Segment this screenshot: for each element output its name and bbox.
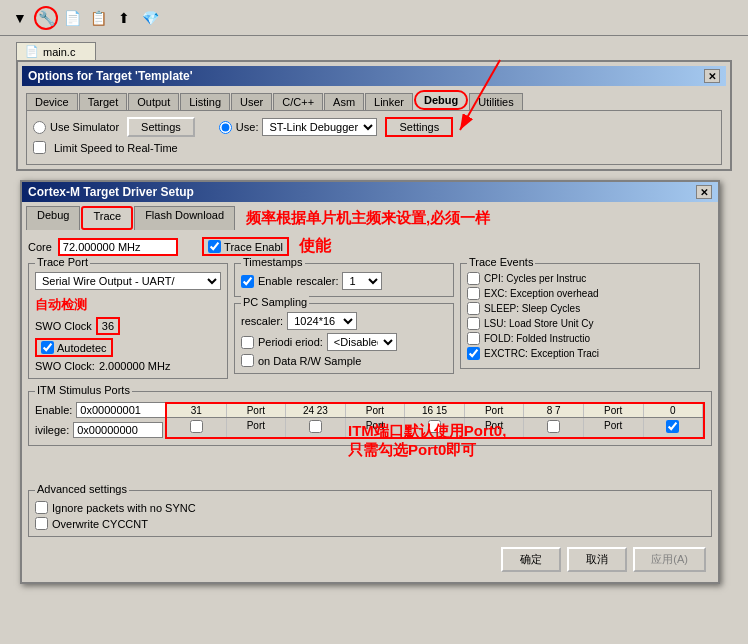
ivilege-label: ivilege:: [35, 424, 69, 436]
trace-event-label-0: CPI: Cycles per Instruc: [484, 273, 586, 284]
trace-event-row-4: FOLD: Folded Instructio: [467, 332, 693, 345]
swo-clock-mhz-label: SWO Clock:: [35, 360, 95, 372]
file-tab[interactable]: 📄 main.c: [16, 42, 96, 60]
periodi-checkbox[interactable]: [241, 336, 254, 349]
trace-event-checkbox-3[interactable]: [467, 317, 480, 330]
itm-label: ITM Stimulus Ports: [35, 384, 132, 396]
enable-rescaler-checkbox[interactable]: [241, 275, 254, 288]
settings-left-button[interactable]: Settings: [127, 117, 195, 137]
port-text-3: Port: [465, 418, 525, 437]
port-checkbox-7[interactable]: [547, 420, 560, 433]
tab-listing[interactable]: Listing: [180, 93, 230, 110]
enable-hex-input[interactable]: 0x00000001: [76, 402, 166, 418]
port-checkbox-0[interactable]: [666, 420, 679, 433]
timestamps-label: Timestamps: [241, 256, 305, 268]
options-close-button[interactable]: ✕: [704, 69, 720, 83]
tab-debug[interactable]: Debug: [414, 90, 468, 110]
trace-port-section: Trace Port Serial Wire Output - UART/ 自动…: [28, 263, 228, 385]
frequency-annotation: 频率根据单片机主频来设置,必须一样: [246, 206, 490, 230]
cortex-tabs: Debug Trace Flash Download 频率根据单片机主频来设置,…: [22, 202, 718, 230]
tab-output[interactable]: Output: [128, 93, 179, 110]
port-header-1615: 16 15: [405, 404, 465, 417]
itm-ports-table: 31 Port 24 23 Port 16 15 Port 8 7 Port 0: [165, 402, 705, 439]
toolbar-copy-btn[interactable]: 📋: [86, 6, 110, 30]
tab-asm[interactable]: Asm: [324, 93, 364, 110]
trace-event-row-1: EXC: Exception overhead: [467, 287, 693, 300]
itm-section: ITM Stimulus Ports Enable: 0x00000001 iv…: [28, 391, 712, 446]
port-checkbox-31[interactable]: [190, 420, 203, 433]
port-checkbox-15[interactable]: [428, 420, 441, 433]
toolbar-up-btn[interactable]: ⬆: [112, 6, 136, 30]
tab-device[interactable]: Device: [26, 93, 78, 110]
port-header-port2: Port: [346, 404, 406, 417]
trace-event-row-2: SLEEP: Sleep Cycles: [467, 302, 693, 315]
auto-detect-annotation: 自动检测: [35, 296, 87, 314]
rescaler-select[interactable]: 1: [342, 272, 382, 290]
ok-button[interactable]: 确定: [501, 547, 561, 572]
swo-clock-static-label: SWO Clock: [35, 320, 92, 332]
ignore-sync-checkbox[interactable]: [35, 501, 48, 514]
trace-event-row-3: LSU: Load Store Unit Cy: [467, 317, 693, 330]
rescaler-label: rescaler:: [296, 275, 338, 287]
port-cb-15: [405, 418, 465, 437]
port-checkbox-23[interactable]: [309, 420, 322, 433]
limit-speed-checkbox[interactable]: [33, 141, 46, 154]
debugger-select[interactable]: ST-Link Debugger: [262, 118, 377, 136]
tab-target[interactable]: Target: [79, 93, 128, 110]
tab-user[interactable]: User: [231, 93, 272, 110]
itm-grid: Enable: 0x00000001 ivilege: 0x00000000 3…: [35, 402, 705, 439]
trace-event-checkbox-2[interactable]: [467, 302, 480, 315]
ctab-flash[interactable]: Flash Download: [134, 206, 235, 230]
overwrite-checkbox[interactable]: [35, 517, 48, 530]
trace-enable-checkbox[interactable]: [208, 240, 221, 253]
trace-port-box: Trace Port Serial Wire Output - UART/ 自动…: [28, 263, 228, 379]
ctab-debug[interactable]: Debug: [26, 206, 80, 230]
bottom-buttons: 确定 取消 应用(A): [28, 543, 712, 576]
toolbar-tool-btn[interactable]: 🔧: [34, 6, 58, 30]
trace-port-select[interactable]: Serial Wire Output - UART/: [35, 272, 221, 290]
port-cb-23: [286, 418, 346, 437]
periodi-select[interactable]: <Disabled>: [327, 333, 397, 351]
tab-utilities[interactable]: Utilities: [469, 93, 522, 110]
trace-events-box: Trace Events CPI: Cycles per InstrucEXC:…: [460, 263, 700, 369]
settings-right-button[interactable]: Settings: [385, 117, 453, 137]
apply-button[interactable]: 应用(A): [633, 547, 706, 572]
autodetect-checkbox[interactable]: [41, 341, 54, 354]
toolbar-dropdown[interactable]: ▼: [8, 6, 32, 30]
port-header-2423: 24 23: [286, 404, 346, 417]
cancel-button[interactable]: 取消: [567, 547, 627, 572]
ivilege-hex-input[interactable]: 0x00000000: [73, 422, 163, 438]
port-text-1: Port: [227, 418, 287, 437]
timestamps-box: Timestamps Enable rescaler: 1: [234, 263, 454, 297]
toolbar-file-btn[interactable]: 📄: [60, 6, 84, 30]
ignore-sync-label: Ignore packets with no SYNC: [52, 502, 196, 514]
tab-cpp[interactable]: C/C++: [273, 93, 323, 110]
cortex-close-button[interactable]: ✕: [696, 185, 712, 199]
advanced-section: Advanced settings Ignore packets with no…: [28, 490, 712, 537]
core-input[interactable]: 72.000000 MHz: [58, 238, 178, 256]
ctab-trace[interactable]: Trace: [81, 206, 133, 230]
ports-header: 31 Port 24 23 Port 16 15 Port 8 7 Port 0: [167, 404, 703, 418]
on-data-checkbox[interactable]: [241, 354, 254, 367]
trace-event-checkbox-4[interactable]: [467, 332, 480, 345]
trace-event-label-4: FOLD: Folded Instructio: [484, 333, 590, 344]
ports-checkboxes-row: Port Port Port Port: [167, 418, 703, 437]
enable-field-label: Enable:: [35, 404, 72, 416]
trace-enable-box: Trace Enabl: [202, 237, 289, 256]
timestamps-pc-section: Timestamps Enable rescaler: 1 PC Samplin…: [234, 263, 454, 385]
toolbar-gem-btn[interactable]: 💎: [138, 6, 162, 30]
cortex-title-bar: Cortex-M Target Driver Setup ✕: [22, 182, 718, 202]
options-dialog: Options for Target 'Template' ✕ Device T…: [16, 60, 732, 171]
port-header-0: 0: [644, 404, 704, 417]
trace-event-checkbox-0[interactable]: [467, 272, 480, 285]
trace-event-checkbox-5[interactable]: [467, 347, 480, 360]
use-radio[interactable]: [219, 121, 232, 134]
tab-linker[interactable]: Linker: [365, 93, 413, 110]
pc-rescaler-select[interactable]: 1024*16: [287, 312, 357, 330]
trace-event-label-2: SLEEP: Sleep Cycles: [484, 303, 580, 314]
adv-body: Ignore packets with no SYNC Overwrite CY…: [29, 491, 711, 536]
pc-sampling-box: PC Sampling rescaler: 1024*16 Periodi er…: [234, 303, 454, 374]
trace-event-checkbox-1[interactable]: [467, 287, 480, 300]
use-simulator-label: Use Simulator: [50, 121, 119, 133]
use-simulator-radio[interactable]: [33, 121, 46, 134]
